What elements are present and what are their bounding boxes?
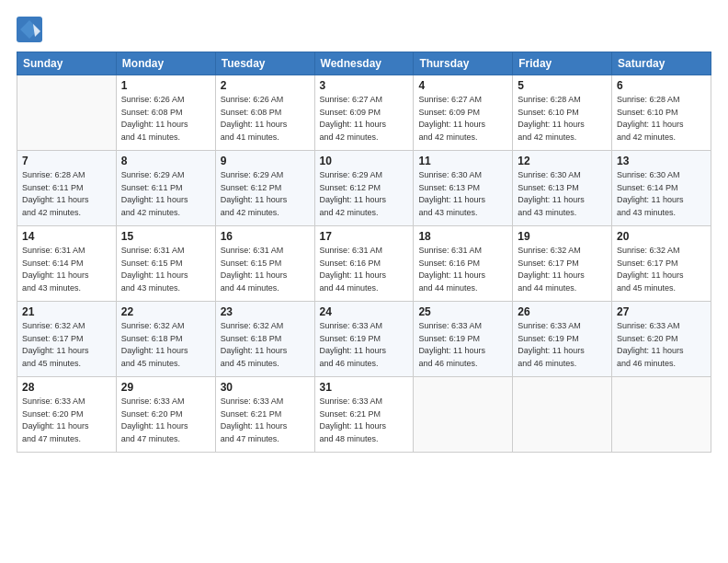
day-number: 20: [617, 230, 706, 243]
calendar-cell: 19Sunrise: 6:32 AMSunset: 6:17 PMDayligh…: [513, 226, 612, 302]
day-info: Sunrise: 6:31 AMSunset: 6:14 PMDaylight:…: [22, 245, 111, 294]
day-info: Sunrise: 6:32 AMSunset: 6:17 PMDaylight:…: [617, 245, 706, 294]
calendar-table: SundayMondayTuesdayWednesdayThursdayFrid…: [17, 52, 711, 453]
calendar-cell: 5Sunrise: 6:28 AMSunset: 6:10 PMDaylight…: [513, 75, 612, 151]
day-number: 12: [518, 155, 607, 167]
day-number: 21: [22, 305, 111, 318]
day-number: 15: [121, 230, 210, 243]
calendar-cell: 15Sunrise: 6:31 AMSunset: 6:15 PMDayligh…: [116, 226, 215, 302]
week-row-5: 28Sunrise: 6:33 AMSunset: 6:20 PMDayligh…: [17, 377, 711, 453]
calendar-cell: 27Sunrise: 6:33 AMSunset: 6:20 PMDayligh…: [612, 302, 711, 377]
calendar-cell: 10Sunrise: 6:29 AMSunset: 6:12 PMDayligh…: [314, 151, 414, 226]
calendar-cell: 3Sunrise: 6:27 AMSunset: 6:09 PMDaylight…: [314, 75, 414, 151]
day-number: 5: [518, 79, 607, 92]
weekday-header-sunday: Sunday: [17, 52, 117, 75]
day-number: 25: [418, 305, 507, 318]
day-number: 27: [617, 305, 706, 318]
calendar-cell: 6Sunrise: 6:28 AMSunset: 6:10 PMDaylight…: [612, 75, 711, 151]
calendar-cell: 17Sunrise: 6:31 AMSunset: 6:16 PMDayligh…: [314, 226, 414, 302]
day-info: Sunrise: 6:32 AMSunset: 6:18 PMDaylight:…: [221, 320, 310, 370]
calendar-cell: 9Sunrise: 6:29 AMSunset: 6:12 PMDaylight…: [215, 151, 314, 226]
day-info: Sunrise: 6:33 AMSunset: 6:21 PMDaylight:…: [221, 396, 310, 445]
calendar-cell: 24Sunrise: 6:33 AMSunset: 6:19 PMDayligh…: [314, 302, 414, 377]
week-row-2: 7Sunrise: 6:28 AMSunset: 6:11 PMDaylight…: [17, 151, 711, 226]
day-number: 16: [221, 230, 310, 243]
day-number: 22: [121, 305, 210, 318]
day-number: 24: [320, 305, 409, 318]
day-info: Sunrise: 6:31 AMSunset: 6:15 PMDaylight:…: [121, 245, 210, 294]
logo: [17, 17, 46, 42]
day-number: 14: [22, 230, 111, 243]
day-number: 10: [320, 155, 409, 167]
day-info: Sunrise: 6:30 AMSunset: 6:14 PMDaylight:…: [617, 169, 706, 219]
day-info: Sunrise: 6:29 AMSunset: 6:11 PMDaylight:…: [121, 169, 210, 219]
day-info: Sunrise: 6:27 AMSunset: 6:09 PMDaylight:…: [418, 94, 507, 144]
header: [17, 17, 711, 42]
calendar-cell: 7Sunrise: 6:28 AMSunset: 6:11 PMDaylight…: [17, 151, 117, 226]
day-info: Sunrise: 6:28 AMSunset: 6:10 PMDaylight:…: [617, 94, 706, 144]
week-row-1: 1Sunrise: 6:26 AMSunset: 6:08 PMDaylight…: [17, 75, 711, 151]
day-info: Sunrise: 6:30 AMSunset: 6:13 PMDaylight:…: [418, 169, 507, 219]
week-row-3: 14Sunrise: 6:31 AMSunset: 6:14 PMDayligh…: [17, 226, 711, 302]
calendar-cell: 23Sunrise: 6:32 AMSunset: 6:18 PMDayligh…: [215, 302, 314, 377]
day-number: 28: [22, 381, 111, 394]
day-info: Sunrise: 6:33 AMSunset: 6:19 PMDaylight:…: [418, 320, 507, 370]
calendar-cell: 1Sunrise: 6:26 AMSunset: 6:08 PMDaylight…: [116, 75, 215, 151]
calendar-cell: 16Sunrise: 6:31 AMSunset: 6:15 PMDayligh…: [215, 226, 314, 302]
calendar-cell: 2Sunrise: 6:26 AMSunset: 6:08 PMDaylight…: [215, 75, 314, 151]
weekday-header-row: SundayMondayTuesdayWednesdayThursdayFrid…: [17, 52, 711, 75]
calendar-cell: 8Sunrise: 6:29 AMSunset: 6:11 PMDaylight…: [116, 151, 215, 226]
day-number: 3: [320, 79, 409, 92]
day-info: Sunrise: 6:32 AMSunset: 6:17 PMDaylight:…: [22, 320, 111, 370]
day-number: 29: [121, 381, 210, 394]
day-number: 19: [518, 230, 607, 243]
day-info: Sunrise: 6:33 AMSunset: 6:19 PMDaylight:…: [518, 320, 607, 370]
day-info: Sunrise: 6:33 AMSunset: 6:21 PMDaylight:…: [320, 396, 409, 445]
day-info: Sunrise: 6:32 AMSunset: 6:17 PMDaylight:…: [518, 245, 607, 294]
day-number: 26: [518, 305, 607, 318]
calendar-cell: 12Sunrise: 6:30 AMSunset: 6:13 PMDayligh…: [513, 151, 612, 226]
weekday-header-wednesday: Wednesday: [314, 52, 414, 75]
day-info: Sunrise: 6:33 AMSunset: 6:20 PMDaylight:…: [22, 396, 111, 445]
calendar-cell: 11Sunrise: 6:30 AMSunset: 6:13 PMDayligh…: [414, 151, 513, 226]
day-info: Sunrise: 6:31 AMSunset: 6:15 PMDaylight:…: [221, 245, 310, 294]
week-row-4: 21Sunrise: 6:32 AMSunset: 6:17 PMDayligh…: [17, 302, 711, 377]
day-number: 8: [121, 155, 210, 167]
day-number: 9: [221, 155, 310, 167]
day-info: Sunrise: 6:33 AMSunset: 6:20 PMDaylight:…: [617, 320, 706, 370]
calendar-cell: 20Sunrise: 6:32 AMSunset: 6:17 PMDayligh…: [612, 226, 711, 302]
day-info: Sunrise: 6:31 AMSunset: 6:16 PMDaylight:…: [418, 245, 507, 294]
day-info: Sunrise: 6:27 AMSunset: 6:09 PMDaylight:…: [320, 94, 409, 144]
calendar-cell: 29Sunrise: 6:33 AMSunset: 6:20 PMDayligh…: [116, 377, 215, 453]
day-info: Sunrise: 6:29 AMSunset: 6:12 PMDaylight:…: [320, 169, 409, 219]
calendar-cell: 30Sunrise: 6:33 AMSunset: 6:21 PMDayligh…: [215, 377, 314, 453]
day-info: Sunrise: 6:29 AMSunset: 6:12 PMDaylight:…: [221, 169, 310, 219]
day-number: 17: [320, 230, 409, 243]
day-info: Sunrise: 6:30 AMSunset: 6:13 PMDaylight:…: [518, 169, 607, 219]
day-info: Sunrise: 6:28 AMSunset: 6:11 PMDaylight:…: [22, 169, 111, 219]
day-number: 4: [418, 79, 507, 92]
weekday-header-monday: Monday: [116, 52, 215, 75]
day-number: 23: [221, 305, 310, 318]
day-number: 30: [221, 381, 310, 394]
day-info: Sunrise: 6:28 AMSunset: 6:10 PMDaylight:…: [518, 94, 607, 144]
weekday-header-tuesday: Tuesday: [215, 52, 314, 75]
calendar-cell: 22Sunrise: 6:32 AMSunset: 6:18 PMDayligh…: [116, 302, 215, 377]
calendar-cell: 31Sunrise: 6:33 AMSunset: 6:21 PMDayligh…: [314, 377, 414, 453]
day-number: 31: [320, 381, 409, 394]
calendar-cell: 21Sunrise: 6:32 AMSunset: 6:17 PMDayligh…: [17, 302, 117, 377]
logo-icon: [17, 17, 42, 42]
calendar-cell: 4Sunrise: 6:27 AMSunset: 6:09 PMDaylight…: [414, 75, 513, 151]
day-info: Sunrise: 6:33 AMSunset: 6:20 PMDaylight:…: [121, 396, 210, 445]
day-number: 13: [617, 155, 706, 167]
day-number: 11: [418, 155, 507, 167]
calendar-cell: 13Sunrise: 6:30 AMSunset: 6:14 PMDayligh…: [612, 151, 711, 226]
calendar-cell: 18Sunrise: 6:31 AMSunset: 6:16 PMDayligh…: [414, 226, 513, 302]
calendar-cell: [17, 75, 117, 151]
weekday-header-friday: Friday: [513, 52, 612, 75]
day-number: 7: [22, 155, 111, 167]
page: SundayMondayTuesdayWednesdayThursdayFrid…: [0, 0, 728, 563]
calendar-cell: 26Sunrise: 6:33 AMSunset: 6:19 PMDayligh…: [513, 302, 612, 377]
day-info: Sunrise: 6:33 AMSunset: 6:19 PMDaylight:…: [320, 320, 409, 370]
day-info: Sunrise: 6:26 AMSunset: 6:08 PMDaylight:…: [121, 94, 210, 144]
